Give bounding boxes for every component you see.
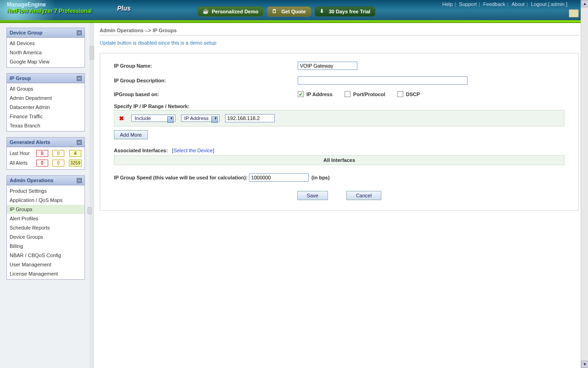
sidebar-item-admin-ops[interactable]: NBAR / CBQoS Config [7,251,85,260]
sidebar-collapse-handle[interactable] [90,46,94,60]
collapse-icon[interactable]: – [77,140,82,145]
sidebar-item-admin-ops[interactable]: License Management [7,269,85,278]
check-icon [298,91,304,97]
alert-badge-yellow[interactable]: 4 [69,150,81,157]
help-link[interactable]: Help [442,1,453,7]
alert-badge-orange[interactable]: 0 [52,160,64,167]
all-interfaces-box: All Interfaces [114,155,565,165]
brand-logo: ManageEngine NetFlow Analyzer 7 Professi… [7,1,92,14]
top-links: Help| Support| Feedback| About| Logout [… [442,1,567,7]
checkbox-ip-address[interactable]: IP Address [298,91,333,97]
sidebar-item-device-group[interactable]: All Devices [7,39,85,48]
remove-rule-icon[interactable]: ✖ [117,115,126,122]
personalized-demo-button[interactable]: ☕ Personalized Demo [198,6,263,17]
trial-label: 30 Days free Trial [329,9,371,14]
sidebar-item-admin-ops[interactable]: Schedule Reports [7,223,85,232]
sidebar-item-admin-ops[interactable]: Product Settings [7,186,85,196]
rule-type-select[interactable]: IP Address [181,115,220,122]
checkbox-dscp[interactable]: DSCP [397,91,420,97]
support-link[interactable]: Support [459,1,477,7]
ip-rule-row: ✖ Include IP Address [114,110,565,126]
brand-top: ManageEngine [7,1,92,8]
checkbox-port-protocol[interactable]: Port/Protocol [345,91,385,97]
admin-ops-title: Admin Operations [10,178,53,183]
collapse-icon[interactable]: – [77,178,82,183]
label-ipgroup-speed: IP Group Speed (this value will be used … [114,175,248,180]
save-button[interactable]: Save [297,191,328,200]
brand-bottom: NetFlow Analyzer 7 Professional [7,8,92,14]
alert-row-label: All Alerts [8,159,34,167]
ipgroup-desc-input[interactable] [298,76,468,85]
ip-group-panel: IP Group – All GroupsAdmin DepartmentDat… [6,73,85,132]
demo-note: Update button is disabled since this is … [100,35,579,53]
rule-mode-select[interactable]: Include [131,115,175,122]
scroll-down-icon[interactable]: ▼ [581,361,588,368]
sidebar-item-admin-ops[interactable]: User Management [7,260,85,269]
download-icon: ⬇ [320,8,326,15]
coffee-icon: ☕ [203,8,209,15]
sidebar-collapse-handle-2[interactable] [87,207,92,214]
sidebar-item-device-group[interactable]: North America [7,48,85,57]
sidebar-item-admin-ops[interactable]: IP Groups [7,205,85,214]
quote-label: Get Quote [281,9,305,14]
alert-badge-orange[interactable]: 0 [52,150,64,157]
sidebar-item-ip-group[interactable]: All Groups [7,84,85,93]
ip-group-title: IP Group [10,75,31,81]
label-ipgroup-name: IP Group Name: [114,63,298,69]
select-device-link[interactable]: Select the Device [174,148,213,153]
device-group-title: Device Group [10,30,43,35]
sidebar-item-admin-ops[interactable]: Device Groups [7,232,85,242]
sidebar-item-admin-ops[interactable]: Alert Profiles [7,214,85,223]
alert-row-label: Last Hour [8,149,34,158]
current-user: [ admin ] [548,1,567,7]
alert-badge-red[interactable]: 0 [36,150,48,157]
free-trial-button[interactable]: ⬇ 30 Days free Trial [315,6,376,17]
sidebar-item-admin-ops[interactable]: Billing [7,242,85,251]
tools-icon[interactable] [569,9,579,17]
logout-link[interactable]: Logout [531,1,547,7]
sidebar-item-ip-group[interactable]: Texas Branch [7,121,85,130]
label-specify-ip: Specify IP / IP Range / Network: [114,104,190,109]
alert-badge-red[interactable]: 0 [36,160,48,167]
collapse-icon[interactable]: – [77,30,82,35]
sidebar-item-ip-group[interactable]: Admin Department [7,93,85,103]
alerts-title: Generated Alerts [10,139,50,145]
check-icon [397,91,403,97]
generated-alerts-panel: Generated Alerts – Last Hour004All Alert… [6,137,85,170]
vertical-scrollbar[interactable]: ▲ ▼ [581,0,588,368]
about-link[interactable]: About [511,1,525,7]
cancel-button[interactable]: Cancel [346,191,381,200]
demo-label: Personalized Demo [212,9,258,14]
feedback-link[interactable]: Feedback [483,1,505,7]
alert-badge-yellow[interactable]: 3259 [69,160,82,167]
scroll-up-icon[interactable]: ▲ [581,0,588,7]
sidebar-item-ip-group[interactable]: Finance Traffic [7,112,85,121]
plus-badge: Plus [117,5,131,12]
label-ipgroup-desc: IP Group Description: [114,78,298,83]
add-more-button[interactable]: Add More [114,130,148,139]
sidebar-item-ip-group[interactable]: Datacenter Admin [7,103,85,112]
breadcrumb: Admin Operations --> IP Groups [100,26,579,35]
ipgroup-speed-input[interactable] [249,173,309,182]
ipgroup-name-input[interactable] [298,62,357,70]
label-bps: (in bps) [311,175,330,180]
sidebar-item-admin-ops[interactable]: Application / QoS Maps [7,196,85,205]
collapse-icon[interactable]: – [77,76,82,81]
label-based-on: IPGroup based on: [114,92,298,97]
ip-group-form: IP Group Name: IP Group Description: IPG… [100,53,579,211]
check-icon [345,91,351,97]
device-group-panel: Device Group – All DevicesNorth AmericaG… [6,28,85,68]
rule-value-input[interactable] [225,114,275,122]
sidebar-item-device-group[interactable]: Google Map View [7,57,85,66]
label-associated-interfaces: Associated Interfaces: [114,148,168,153]
admin-operations-panel: Admin Operations – Product SettingsAppli… [6,175,85,280]
calculator-icon: 🗒 [272,8,278,15]
get-quote-button[interactable]: 🗒 Get Quote [267,6,311,17]
